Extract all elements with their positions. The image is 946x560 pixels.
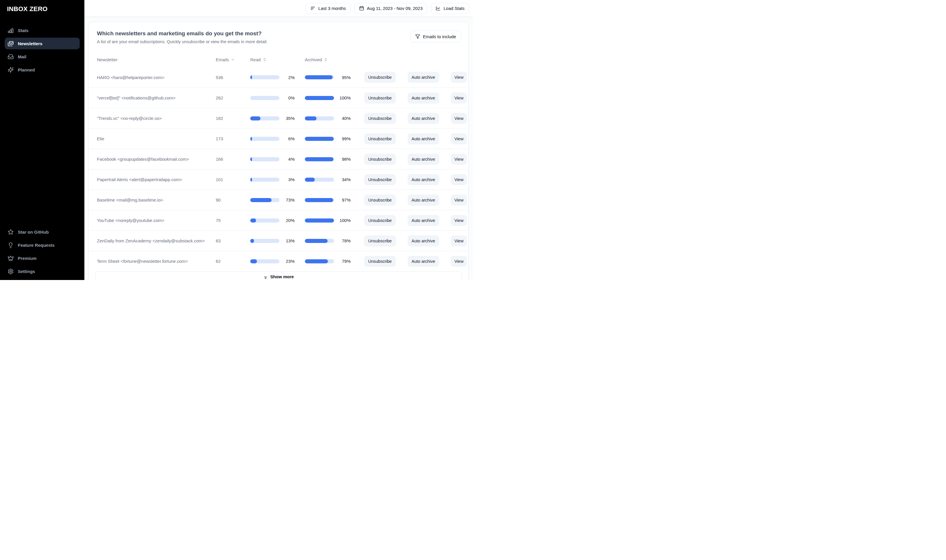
archived-progress-bar [305, 239, 334, 243]
emails-to-include-button[interactable]: Emails to include [410, 31, 461, 42]
read-percent: 3% [288, 177, 295, 182]
date-range-preset-button[interactable]: Last 3 months [306, 3, 350, 14]
sidebar-item-star-on-github[interactable]: Star on GitHub [5, 226, 80, 238]
inbox-icon [8, 54, 14, 60]
envelope-icon [8, 40, 14, 47]
sidebar-item-mail[interactable]: Mail [5, 51, 80, 62]
table-row: ZenDaily from ZenAcademy <zendaily@subst… [89, 231, 468, 251]
auto-archive-button[interactable]: Auto archive [407, 235, 440, 246]
sidebar-footer-nav: Star on GitHub Feature Requests Premium … [0, 226, 84, 277]
auto-archive-button[interactable]: Auto archive [407, 154, 440, 165]
row-actions: Unsubscribe Auto archive View [351, 195, 468, 206]
view-button[interactable]: View [451, 113, 467, 124]
archived-percent: 100% [340, 218, 351, 223]
email-count: 536 [216, 75, 250, 80]
column-header-emails[interactable]: Emails [216, 57, 250, 62]
read-progress-bar [250, 116, 279, 120]
filter-lines-icon [310, 6, 315, 11]
unsubscribe-button[interactable]: Unsubscribe [364, 256, 396, 267]
auto-archive-button[interactable]: Auto archive [407, 72, 440, 83]
newsletter-name: "vercel[bot]" <notifications@github.com> [97, 95, 216, 100]
unsubscribe-button[interactable]: Unsubscribe [364, 154, 396, 165]
view-button[interactable]: View [451, 195, 467, 206]
sidebar-item-premium[interactable]: Premium [5, 252, 80, 264]
panel-header: Which newsletters and marketing emails d… [89, 22, 468, 44]
sidebar-item-label: Mail [18, 54, 26, 59]
show-more-button[interactable]: Show more [95, 271, 462, 280]
read-progress-bar [250, 218, 279, 223]
read-percent: 23% [286, 259, 295, 264]
newsletter-name: ZenDaily from ZenAcademy <zendaily@subst… [97, 238, 216, 243]
load-stats-button[interactable]: Load Stats [431, 3, 469, 14]
chevrons-down-icon [263, 275, 268, 280]
email-count: 262 [216, 95, 250, 100]
read-percent: 20% [286, 218, 295, 223]
read-percent: 13% [286, 238, 295, 243]
archived-percent: 95% [342, 75, 351, 80]
view-button[interactable]: View [451, 256, 467, 267]
unsubscribe-button[interactable]: Unsubscribe [364, 72, 396, 83]
unsubscribe-button[interactable]: Unsubscribe [364, 113, 396, 124]
view-button[interactable]: View [451, 72, 467, 83]
table-row: HARO <haro@helpareporter.com> 536 2% 95%… [89, 67, 468, 88]
view-button[interactable]: View [451, 215, 467, 226]
email-count: 62 [216, 259, 250, 264]
sort-up-down-icon [263, 58, 267, 62]
sidebar-item-label: Settings [18, 269, 35, 274]
table-row: Facebook <groupupdates@facebookmail.com>… [89, 149, 468, 169]
sidebar-item-label: Planned [18, 68, 35, 72]
archived-percent: 97% [342, 197, 351, 202]
auto-archive-button[interactable]: Auto archive [407, 256, 440, 267]
funnel-icon [415, 34, 420, 39]
sidebar: INBOX ZERO Stats Newsletters Mail [0, 0, 84, 280]
auto-archive-button[interactable]: Auto archive [407, 195, 440, 206]
row-actions: Unsubscribe Auto archive View [351, 256, 468, 267]
newsletter-name: Term Sheet <fortune@newsletter.fortune.c… [97, 259, 216, 264]
view-button[interactable]: View [451, 174, 467, 185]
archived-progress-bar [305, 75, 334, 79]
date-range-preset-label: Last 3 months [318, 6, 346, 11]
archived-percent: 99% [342, 136, 351, 141]
row-actions: Unsubscribe Auto archive View [351, 133, 468, 145]
newsletter-name: YouTube <noreply@youtube.com> [97, 218, 216, 223]
auto-archive-button[interactable]: Auto archive [407, 174, 440, 185]
panel-title: Which newsletters and marketing emails d… [97, 30, 460, 37]
unsubscribe-button[interactable]: Unsubscribe [364, 195, 396, 206]
table-row: Elie 173 6% 99% Unsubscribe Auto archive… [89, 128, 468, 149]
show-more-label: Show more [270, 274, 294, 279]
auto-archive-button[interactable]: Auto archive [407, 113, 440, 124]
date-range-picker-button[interactable]: Aug 11, 2023 - Nov 09, 2023 [355, 3, 427, 14]
column-header-read[interactable]: Read [250, 57, 295, 62]
read-progress-bar [250, 157, 279, 161]
unsubscribe-button[interactable]: Unsubscribe [364, 235, 396, 246]
auto-archive-button[interactable]: Auto archive [407, 133, 440, 145]
sidebar-item-newsletters[interactable]: Newsletters [5, 38, 80, 49]
sidebar-item-feature-requests[interactable]: Feature Requests [5, 239, 80, 251]
sidebar-item-stats[interactable]: Stats [5, 25, 80, 36]
archived-percent: 34% [342, 177, 351, 182]
sidebar-nav: Stats Newsletters Mail Planned [0, 25, 84, 75]
table-row: Baselime <mail@mg.baselime.io> 90 73% 97… [89, 189, 468, 210]
view-button[interactable]: View [451, 92, 467, 103]
table-row: Term Sheet <fortune@newsletter.fortune.c… [89, 251, 468, 271]
table-row: Papertrail Alerts <alert@papertrailapp.c… [89, 169, 468, 189]
view-button[interactable]: View [451, 235, 467, 246]
row-actions: Unsubscribe Auto archive View [351, 92, 468, 103]
unsubscribe-button[interactable]: Unsubscribe [364, 133, 396, 145]
read-percent: 0% [288, 95, 295, 100]
read-progress-bar [250, 239, 279, 243]
sidebar-item-planned[interactable]: Planned [5, 64, 80, 75]
unsubscribe-button[interactable]: Unsubscribe [364, 174, 396, 185]
column-header-archived[interactable]: Archived [305, 57, 351, 62]
email-count: 173 [216, 136, 250, 141]
view-button[interactable]: View [451, 133, 467, 145]
row-actions: Unsubscribe Auto archive View [351, 154, 468, 165]
unsubscribe-button[interactable]: Unsubscribe [364, 92, 396, 103]
auto-archive-button[interactable]: Auto archive [407, 215, 440, 226]
sidebar-item-label: Premium [18, 256, 37, 261]
unsubscribe-button[interactable]: Unsubscribe [364, 215, 396, 226]
read-progress-bar [250, 137, 279, 141]
view-button[interactable]: View [451, 154, 467, 165]
sidebar-item-settings[interactable]: Settings [5, 265, 80, 277]
auto-archive-button[interactable]: Auto archive [407, 92, 440, 103]
